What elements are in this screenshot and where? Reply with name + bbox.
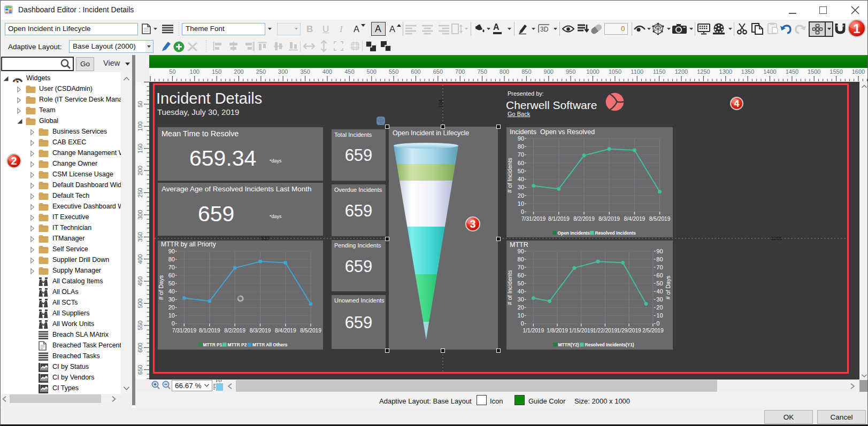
svg-text:1500: 1500 bbox=[808, 68, 820, 75]
svg-text:200: 200 bbox=[137, 166, 143, 175]
svg-text:300: 300 bbox=[137, 210, 143, 220]
svg-text:350: 350 bbox=[300, 68, 310, 75]
svg-text:250: 250 bbox=[137, 188, 143, 197]
svg-text:1350: 1350 bbox=[741, 68, 754, 75]
svg-text:1450: 1450 bbox=[786, 68, 798, 75]
svg-text:150: 150 bbox=[137, 144, 143, 153]
svg-text:850: 850 bbox=[521, 68, 531, 75]
svg-text:1100: 1100 bbox=[631, 68, 643, 75]
svg-text:300: 300 bbox=[278, 68, 288, 75]
svg-text:800: 800 bbox=[500, 68, 509, 75]
svg-text:200: 200 bbox=[234, 68, 243, 75]
svg-text:3: 3 bbox=[470, 218, 475, 230]
svg-text:450: 450 bbox=[344, 68, 354, 75]
svg-text:700: 700 bbox=[455, 68, 465, 75]
svg-text:1400: 1400 bbox=[763, 68, 776, 75]
svg-text:2: 2 bbox=[11, 155, 17, 167]
svg-text:1: 1 bbox=[853, 21, 860, 36]
svg-text:650: 650 bbox=[137, 365, 143, 375]
svg-text:1300: 1300 bbox=[719, 68, 732, 75]
svg-text:1200: 1200 bbox=[675, 68, 688, 75]
svg-text:250: 250 bbox=[256, 68, 266, 75]
svg-text:900: 900 bbox=[544, 68, 554, 75]
svg-text:1000: 1000 bbox=[586, 68, 599, 75]
svg-text:650: 650 bbox=[433, 68, 443, 75]
svg-text:1600: 1600 bbox=[852, 68, 865, 75]
svg-text:100: 100 bbox=[137, 121, 143, 131]
svg-text:50: 50 bbox=[169, 68, 175, 75]
svg-text:3D: 3D bbox=[540, 26, 549, 33]
svg-text:1250: 1250 bbox=[697, 68, 710, 75]
svg-text:550: 550 bbox=[389, 68, 398, 75]
svg-text:450: 450 bbox=[137, 276, 143, 286]
svg-text:1050: 1050 bbox=[609, 68, 621, 75]
svg-text:550: 550 bbox=[137, 321, 143, 330]
svg-text:500: 500 bbox=[367, 68, 377, 75]
svg-text:100: 100 bbox=[190, 68, 199, 75]
svg-text:600: 600 bbox=[411, 68, 420, 75]
svg-text:600: 600 bbox=[137, 343, 143, 352]
svg-text:1550: 1550 bbox=[829, 68, 842, 75]
svg-text:750: 750 bbox=[477, 68, 487, 75]
svg-text:350: 350 bbox=[137, 232, 143, 242]
svg-text:950: 950 bbox=[566, 68, 575, 75]
svg-text:500: 500 bbox=[137, 298, 143, 308]
svg-text:400: 400 bbox=[137, 254, 143, 264]
svg-text:400: 400 bbox=[322, 68, 332, 75]
svg-text:150: 150 bbox=[212, 68, 221, 75]
svg-text:4: 4 bbox=[734, 98, 739, 109]
svg-text:1150: 1150 bbox=[653, 68, 666, 75]
svg-text:50: 50 bbox=[137, 101, 143, 107]
